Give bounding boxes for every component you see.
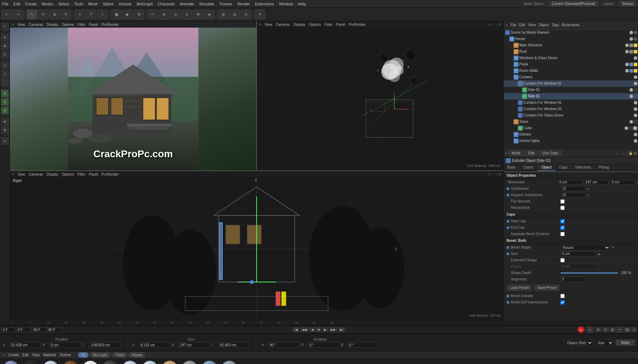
tab-object[interactable]: Object	[538, 164, 555, 171]
tab-caps[interactable]: Caps	[555, 164, 571, 171]
subdivision-input[interactable]	[560, 186, 585, 191]
tree-item-room-walls[interactable]: R Room Walls	[504, 68, 638, 74]
avoid-intersect-checkbox[interactable]	[560, 300, 565, 305]
polygon-tool[interactable]: ⬡	[1, 62, 9, 69]
end-cap-dot[interactable]	[507, 226, 509, 229]
menu-file[interactable]: File	[2, 2, 9, 6]
tree-item-curtains-w02[interactable]: C Curtains For Window 02	[504, 99, 638, 106]
top-prorender[interactable]: ProRender	[348, 23, 365, 27]
mat-slot-chrome[interactable]: Chrome	[41, 360, 60, 364]
bevel-size-input[interactable]	[560, 251, 596, 256]
mode-hamburger[interactable]: ≡	[505, 152, 507, 155]
tree-item-roof[interactable]: R Roof	[504, 49, 638, 55]
size-y-input[interactable]	[178, 342, 210, 348]
ext-shape-checkbox[interactable]	[560, 258, 565, 262]
menu-select[interactable]: Select	[58, 2, 69, 6]
symmetry-button[interactable]: ⊘	[181, 10, 192, 19]
subdivision-dot[interactable]	[507, 187, 509, 190]
play-forward-button[interactable]: ▶	[322, 327, 328, 332]
right-options[interactable]: Options	[62, 172, 74, 176]
mat-slot-windows[interactable]: Windows	[200, 360, 219, 364]
tree-item-main-structure[interactable]: M Main Structure	[504, 42, 638, 49]
light-button[interactable]: ☀	[254, 10, 265, 19]
end-cap-checkbox[interactable]	[560, 226, 565, 230]
scale-tool-left[interactable]: ⊞	[1, 42, 9, 50]
render-view-button[interactable]: ▶	[122, 10, 133, 19]
menu-modes[interactable]: Modes	[42, 2, 54, 6]
tree-item-windows-glass[interactable]: W Windows & Glass Doors	[504, 55, 638, 61]
right-hamburger[interactable]: ≡	[12, 172, 14, 176]
scale-tool-button[interactable]: ⊞	[49, 10, 60, 19]
mat-tag-trees[interactable]: Trees	[112, 352, 127, 358]
right-cameras[interactable]: Cameras	[29, 172, 43, 176]
top-panel[interactable]: Panel	[336, 23, 345, 27]
record-button[interactable]: ●	[577, 326, 584, 333]
obj-object[interactable]: Object	[538, 23, 549, 27]
spline-left[interactable]: S	[1, 98, 9, 106]
magnet-button[interactable]: ◎	[170, 10, 181, 19]
right-prorender[interactable]: ProRender	[101, 172, 118, 176]
pos-x-input[interactable]	[9, 342, 41, 348]
nav-up[interactable]: ↑	[626, 151, 628, 155]
obj-mgr-hamburger[interactable]: ≡	[506, 23, 508, 27]
play-back-button[interactable]: ◀	[309, 327, 315, 332]
bevel-size-dot[interactable]	[507, 252, 509, 255]
perspective-hamburger[interactable]: ≡	[12, 23, 14, 26]
persp-prorender[interactable]: ProRender	[101, 23, 118, 27]
pointer-tool[interactable]: ↖	[1, 23, 9, 30]
tree-item-curtains-glass[interactable]: C Curtains For Glass Doors	[504, 112, 638, 119]
bevel-outside-checkbox[interactable]	[560, 294, 565, 298]
move-tool-left[interactable]: ✛	[1, 34, 9, 41]
movement-x-input[interactable]	[558, 180, 582, 185]
tree-item-house[interactable]: H House	[504, 36, 638, 42]
mat-tag-house[interactable]: House	[129, 352, 145, 358]
right-filter[interactable]: Filter	[78, 172, 85, 176]
menu-render[interactable]: Render	[237, 2, 250, 6]
start-cap-checkbox[interactable]	[560, 219, 565, 223]
sculpt-left[interactable]: S	[1, 107, 9, 114]
obj-bookmarks[interactable]: Bookmarks	[562, 23, 580, 27]
mat-slot-walnut[interactable]: Walnut - 1...	[61, 360, 80, 364]
hierarchical-checkbox[interactable]	[560, 206, 565, 210]
menu-extensions[interactable]: Extensions	[255, 2, 274, 6]
save-preset-button[interactable]: Save Preset	[534, 285, 560, 291]
tree-item-cube[interactable]: B Cube ✓	[504, 125, 638, 131]
viewport-right[interactable]: ≡ View Cameras Display Options Filter Pa…	[10, 170, 503, 320]
menu-character[interactable]: Character	[158, 2, 175, 6]
obj-view[interactable]: View	[528, 23, 536, 27]
size-x-input[interactable]	[139, 342, 170, 348]
mat-slot-blackmatt[interactable]: Black Matt	[21, 360, 40, 364]
tree-item-kitchen[interactable]: K Kitchen	[504, 131, 638, 138]
mat-slot-chrome2[interactable]: Chrome	[121, 360, 140, 364]
obj-edit[interactable]: Edit	[519, 23, 525, 27]
y-axis-button[interactable]: Y	[86, 10, 96, 19]
mat-slot-blackglos[interactable]: Black Glos...	[101, 360, 120, 364]
tree-item-interior-lights[interactable]: L Inrerior lights	[504, 138, 638, 144]
pos-y-input[interactable]	[49, 342, 81, 348]
apply-button[interactable]: Apply	[616, 340, 635, 346]
move-tool-button[interactable]: ✛	[38, 10, 49, 19]
scene-lock-dot[interactable]	[634, 31, 637, 34]
mat-slot-whitematt[interactable]: White Matt	[81, 360, 100, 364]
tab-coord[interactable]: Coord.	[520, 164, 538, 171]
clone-button[interactable]: ⊡	[241, 10, 251, 19]
x-axis-button[interactable]: X	[74, 10, 85, 19]
add-keyframe-button[interactable]: ⊕	[595, 327, 601, 332]
mat-slot-material[interactable]: Material	[180, 360, 199, 364]
menu-create[interactable]: Create	[25, 2, 37, 6]
current-frame-input[interactable]	[1, 327, 16, 332]
snap-button[interactable]: ⊕	[159, 10, 169, 19]
menu-window[interactable]: Window	[279, 2, 293, 6]
boolean-button[interactable]: ⊟	[229, 10, 240, 19]
fps-input[interactable]	[47, 327, 61, 332]
menu-help[interactable]: Help	[298, 2, 306, 6]
subdivision-spin[interactable]: ▲	[587, 187, 590, 190]
right-view[interactable]: View	[17, 172, 25, 176]
height-input[interactable]	[560, 264, 596, 269]
tree-item-plank[interactable]: P Plank	[504, 61, 638, 68]
coord-system-select[interactable]: Object (Rel) World	[565, 340, 593, 346]
menu-animate[interactable]: Animate	[180, 2, 194, 6]
layout-select[interactable]: Startup	[620, 1, 636, 6]
avoid-intersect-dot[interactable]	[507, 301, 509, 304]
mat-tag-nolayer[interactable]: No Layer	[90, 352, 111, 358]
